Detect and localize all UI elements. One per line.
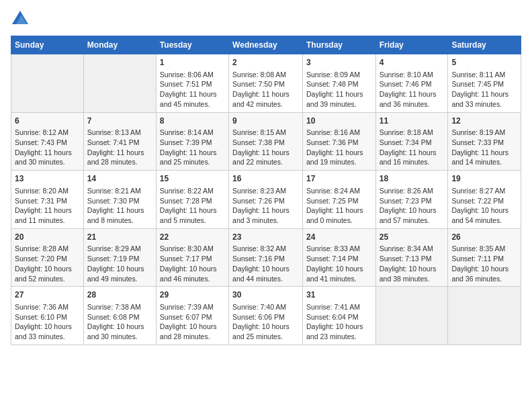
daylight-text: Daylight: 11 hours and 36 minutes. — [380, 90, 437, 108]
calendar-week-row: 6Sunrise: 8:12 AMSunset: 7:43 PMDaylight… — [11, 112, 521, 171]
day-number: 4 — [380, 57, 445, 68]
daylight-text: Daylight: 10 hours and 44 minutes. — [232, 265, 290, 283]
logo-text — [11, 11, 28, 28]
calendar-cell: 31Sunrise: 7:41 AMSunset: 6:04 PMDayligh… — [302, 287, 375, 345]
daylight-text: Daylight: 10 hours and 30 minutes. — [87, 322, 144, 340]
sunrise-text: Sunrise: 7:41 AM — [306, 303, 360, 311]
sunset-text: Sunset: 7:41 PM — [87, 138, 140, 146]
day-number: 12 — [451, 116, 517, 127]
daylight-text: Daylight: 10 hours and 28 minutes. — [160, 322, 217, 340]
calendar-cell: 8Sunrise: 8:14 AMSunset: 7:39 PMDaylight… — [156, 112, 228, 171]
sunrise-text: Sunrise: 8:09 AM — [306, 71, 360, 79]
sunset-text: Sunset: 7:26 PM — [232, 197, 285, 205]
page-header — [11, 11, 521, 28]
daylight-text: Daylight: 11 hours and 16 minutes. — [380, 148, 437, 167]
daylight-text: Daylight: 11 hours and 33 minutes. — [451, 90, 508, 108]
sunrise-text: Sunrise: 8:11 AM — [451, 71, 505, 79]
calendar-week-row: 27Sunrise: 7:36 AMSunset: 6:10 PMDayligh… — [11, 287, 521, 345]
sunset-text: Sunset: 7:43 PM — [15, 138, 67, 146]
sunset-text: Sunset: 6:08 PM — [87, 313, 140, 321]
calendar-cell: 18Sunrise: 8:26 AMSunset: 7:23 PMDayligh… — [375, 171, 448, 229]
sunrise-text: Sunrise: 8:18 AM — [380, 128, 433, 136]
day-number: 30 — [232, 289, 299, 301]
day-number: 16 — [232, 173, 299, 185]
sunset-text: Sunset: 7:17 PM — [160, 255, 212, 263]
sunrise-text: Sunrise: 8:24 AM — [306, 187, 360, 195]
sunset-text: Sunset: 7:36 PM — [306, 138, 359, 146]
weekday-header: Tuesday — [156, 36, 228, 54]
daylight-text: Daylight: 10 hours and 49 minutes. — [87, 265, 144, 283]
sunrise-text: Sunrise: 8:21 AM — [87, 187, 141, 195]
sunset-text: Sunset: 7:45 PM — [451, 80, 504, 88]
calendar-cell: 13Sunrise: 8:20 AMSunset: 7:31 PMDayligh… — [11, 171, 84, 229]
daylight-text: Daylight: 11 hours and 30 minutes. — [15, 148, 72, 167]
calendar-cell — [375, 287, 448, 345]
calendar-cell: 11Sunrise: 8:18 AMSunset: 7:34 PMDayligh… — [375, 112, 448, 171]
sunrise-text: Sunrise: 8:12 AM — [15, 128, 69, 136]
day-number: 24 — [306, 232, 372, 243]
sunrise-text: Sunrise: 7:38 AM — [87, 303, 141, 311]
calendar-cell: 25Sunrise: 8:34 AMSunset: 7:13 PMDayligh… — [375, 228, 448, 287]
daylight-text: Daylight: 11 hours and 11 minutes. — [15, 206, 72, 224]
sunrise-text: Sunrise: 8:33 AM — [306, 244, 360, 253]
sunset-text: Sunset: 7:31 PM — [15, 197, 67, 205]
sunrise-text: Sunrise: 8:16 AM — [306, 128, 360, 136]
day-number: 9 — [232, 116, 299, 127]
calendar-cell: 16Sunrise: 8:23 AMSunset: 7:26 PMDayligh… — [229, 171, 303, 229]
calendar-cell — [83, 54, 156, 113]
day-number: 17 — [306, 173, 372, 185]
calendar-cell: 14Sunrise: 8:21 AMSunset: 7:30 PMDayligh… — [83, 171, 156, 229]
weekday-header: Sunday — [11, 36, 84, 54]
sunset-text: Sunset: 7:51 PM — [160, 80, 212, 88]
day-number: 1 — [160, 57, 225, 68]
daylight-text: Daylight: 10 hours and 33 minutes. — [15, 322, 72, 340]
daylight-text: Daylight: 10 hours and 57 minutes. — [380, 206, 437, 224]
day-number: 28 — [87, 289, 152, 301]
day-number: 15 — [160, 173, 225, 185]
sunrise-text: Sunrise: 8:28 AM — [15, 244, 69, 253]
sunrise-text: Sunrise: 8:22 AM — [160, 187, 214, 195]
calendar-cell: 5Sunrise: 8:11 AMSunset: 7:45 PMDaylight… — [448, 54, 521, 113]
daylight-text: Daylight: 11 hours and 5 minutes. — [160, 206, 217, 224]
weekday-header: Wednesday — [229, 36, 303, 54]
sunset-text: Sunset: 7:16 PM — [232, 255, 285, 263]
sunrise-text: Sunrise: 8:26 AM — [380, 187, 433, 195]
weekday-header: Friday — [375, 36, 448, 54]
sunrise-text: Sunrise: 8:20 AM — [15, 187, 69, 195]
sunrise-text: Sunrise: 7:39 AM — [160, 303, 214, 311]
sunrise-text: Sunrise: 8:13 AM — [87, 128, 141, 136]
daylight-text: Daylight: 11 hours and 42 minutes. — [232, 90, 290, 108]
day-number: 13 — [15, 173, 80, 185]
sunrise-text: Sunrise: 8:27 AM — [451, 187, 505, 195]
calendar-cell: 26Sunrise: 8:35 AMSunset: 7:11 PMDayligh… — [448, 228, 521, 287]
calendar-week-row: 1Sunrise: 8:06 AMSunset: 7:51 PMDaylight… — [11, 54, 521, 113]
day-number: 2 — [232, 57, 299, 68]
calendar-cell: 10Sunrise: 8:16 AMSunset: 7:36 PMDayligh… — [302, 112, 375, 171]
calendar-cell: 6Sunrise: 8:12 AMSunset: 7:43 PMDaylight… — [11, 112, 84, 171]
calendar-cell: 3Sunrise: 8:09 AMSunset: 7:48 PMDaylight… — [302, 54, 375, 113]
calendar-cell: 12Sunrise: 8:19 AMSunset: 7:33 PMDayligh… — [448, 112, 521, 171]
calendar-cell: 20Sunrise: 8:28 AMSunset: 7:20 PMDayligh… — [11, 228, 84, 287]
daylight-text: Daylight: 11 hours and 28 minutes. — [87, 148, 144, 167]
daylight-text: Daylight: 11 hours and 3 minutes. — [232, 206, 290, 224]
daylight-text: Daylight: 11 hours and 0 minutes. — [306, 206, 363, 224]
daylight-text: Daylight: 10 hours and 25 minutes. — [232, 322, 290, 340]
sunrise-text: Sunrise: 8:32 AM — [232, 244, 286, 253]
sunrise-text: Sunrise: 8:19 AM — [451, 128, 505, 136]
day-number: 3 — [306, 57, 372, 68]
calendar-cell: 17Sunrise: 8:24 AMSunset: 7:25 PMDayligh… — [302, 171, 375, 229]
calendar-week-row: 13Sunrise: 8:20 AMSunset: 7:31 PMDayligh… — [11, 171, 521, 229]
weekday-row: SundayMondayTuesdayWednesdayThursdayFrid… — [11, 36, 521, 54]
day-number: 6 — [15, 116, 80, 127]
sunset-text: Sunset: 7:23 PM — [380, 197, 432, 205]
calendar-cell — [11, 54, 84, 113]
daylight-text: Daylight: 11 hours and 45 minutes. — [160, 90, 217, 108]
calendar-cell: 19Sunrise: 8:27 AMSunset: 7:22 PMDayligh… — [448, 171, 521, 229]
day-number: 19 — [451, 173, 517, 185]
day-number: 23 — [232, 232, 299, 243]
daylight-text: Daylight: 10 hours and 38 minutes. — [380, 265, 437, 283]
daylight-text: Daylight: 11 hours and 19 minutes. — [306, 148, 363, 167]
calendar-cell: 28Sunrise: 7:38 AMSunset: 6:08 PMDayligh… — [83, 287, 156, 345]
day-number: 20 — [15, 232, 80, 243]
sunset-text: Sunset: 7:34 PM — [380, 138, 432, 146]
